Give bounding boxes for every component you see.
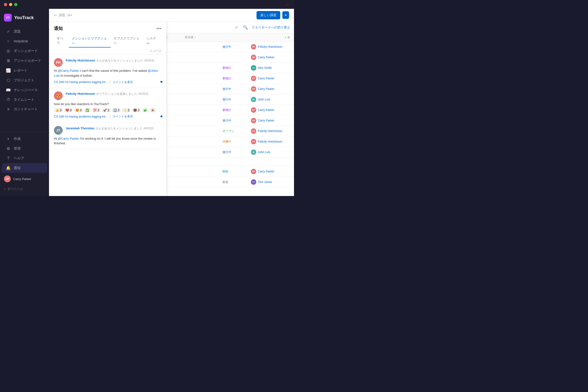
page-icon: ▭: [54, 13, 57, 17]
app-logo: YT YouTrack: [0, 12, 49, 26]
notif-user-3[interactable]: Jeremiah Thornton: [66, 126, 94, 130]
window-controls: [4, 3, 18, 6]
status-badge: 待機中: [222, 140, 231, 144]
status-badge: 進行中: [222, 97, 231, 102]
notif-footer-2: CS-169 I'm having problems logging int..…: [54, 114, 162, 119]
assignee-name: John Luis: [258, 98, 270, 101]
status-badge: 進行中: [222, 44, 231, 49]
assignee-avatar: CP: [251, 107, 256, 113]
reports-icon: 📈: [6, 68, 11, 73]
sidebar-item-reports[interactable]: 📈 レポート: [2, 66, 47, 75]
user-avatar: CP: [4, 176, 11, 182]
panel-title-row: 通知 •••: [54, 26, 162, 31]
issue-assignee[interactable]: FH Felicity Hutchinson: [251, 44, 290, 50]
sidebar-label-issues: 課題: [14, 30, 20, 34]
sidebar-item-dashboard[interactable]: ◎ ダッシュボード: [2, 46, 47, 56]
close-button[interactable]: [4, 3, 7, 6]
sidebar-label-help: ヘルプ: [14, 156, 24, 160]
assignee-name: Carry Parker: [258, 87, 274, 91]
page-title: 課題: [59, 13, 65, 18]
sidebar-item-projects[interactable]: ⬡ プロジェクト: [2, 76, 47, 85]
collapse-icon: «: [4, 187, 6, 191]
sidebar-user[interactable]: CP Carry Parker: [0, 173, 49, 185]
issue-assignee[interactable]: TJ Tom Jones: [251, 179, 290, 185]
add-column-icon[interactable]: +: [285, 36, 286, 39]
issue-assignee[interactable]: CP Carry Parker: [251, 118, 290, 123]
panel-header: 通知 ••• すべて メンションとリアクション サブスクリプション システム ニ…: [49, 22, 166, 55]
sidebar-item-agile[interactable]: ⊞ アジャイルボード: [2, 56, 47, 66]
sidebar-item-help[interactable]: ? ヘルプ: [2, 154, 47, 163]
issue-assignee[interactable]: FH Felicity Hutchinson: [251, 139, 290, 144]
sidebar-item-gantt[interactable]: ≡ ガントチャート: [2, 104, 47, 114]
issue-assignee[interactable]: CP Carry Parker: [251, 169, 290, 174]
sidebar-item-knowledge[interactable]: 📖 ナレッジベース: [2, 85, 47, 95]
tab-all[interactable]: すべて: [54, 34, 69, 48]
new-issue-dropdown-button[interactable]: ▾: [282, 11, 289, 19]
tab-system[interactable]: システム: [144, 34, 162, 48]
emoji-sparkle: ✨ 2: [122, 108, 131, 112]
sidebar-item-create[interactable]: + 作成: [2, 134, 47, 144]
notif-user-1[interactable]: Felicity Hutchinson: [66, 58, 95, 62]
sidebar-item-timesheet[interactable]: ⏱ タイムシート: [2, 95, 47, 104]
panel-menu-button[interactable]: •••: [156, 26, 162, 31]
topbar-left: ▭ 課題 1k+: [54, 13, 72, 18]
comment-link-1[interactable]: コメントを表示: [112, 80, 133, 84]
issue-status: 開発: [222, 170, 247, 174]
assignee-avatar: JL: [251, 150, 256, 155]
issue-link-1[interactable]: CS-169 I'm having problems logging int..…: [54, 80, 108, 84]
assignee-avatar: CP: [251, 118, 256, 123]
sidebar-item-notifications[interactable]: 🔔 通知: [2, 163, 47, 173]
issue-assignee[interactable]: JL John Luis: [251, 150, 290, 155]
notif-user-2[interactable]: Felicity Hutchinson: [66, 92, 95, 96]
panel-title: 通知: [54, 26, 63, 31]
status-badge: 要検討: [222, 76, 231, 80]
collapse-label: 折りたたむ: [8, 187, 24, 191]
tab-subscriptions[interactable]: サブスクリプション: [111, 34, 144, 48]
header-assignee[interactable]: 担当者 ↕ + ⚙: [185, 35, 290, 40]
news-link[interactable]: ニュース: [150, 49, 162, 53]
sidebar-label-projects: プロジェクト: [14, 78, 34, 82]
mention-carry-1[interactable]: @Carry Parker: [58, 69, 79, 72]
query-mode-button[interactable]: クエリモードへの切り替え: [252, 25, 290, 30]
mention-carry-3[interactable]: @Carry Parker: [58, 137, 79, 140]
notif-time-1: 3時間前: [144, 59, 154, 62]
new-issue-button[interactable]: 新しい課題: [256, 11, 280, 19]
issue-status: 進行中: [222, 118, 247, 123]
issue-status: 進行中: [222, 98, 247, 102]
sidebar-label-knowledge: ナレッジベース: [14, 88, 38, 92]
emoji-check: ✅: [84, 108, 91, 112]
settings-icon[interactable]: ⚙: [288, 36, 290, 39]
assignee-name: Carry Parker: [258, 170, 274, 173]
assignee-name: Felicity Hutchinson: [258, 129, 282, 133]
minimize-button[interactable]: [9, 3, 12, 6]
collapse-button[interactable]: « 折りたたむ: [0, 185, 49, 193]
sidebar-label-gantt: ガントチャート: [14, 107, 38, 112]
status-badge: 新規: [222, 180, 228, 184]
issue-assignee[interactable]: CP Carry Parker: [251, 86, 290, 92]
app-container: YT YouTrack ✓ 課題 ○ Helpdesk ◎ ダッシュボード ⊞ …: [0, 9, 294, 196]
sidebar-item-admin[interactable]: ⚙ 管理: [2, 144, 47, 153]
filter-button[interactable]: ✓: [234, 24, 239, 30]
issue-assignee[interactable]: FH Felicity Hutchinson: [251, 128, 290, 134]
sidebar: YT YouTrack ✓ 課題 ○ Helpdesk ◎ ダッシュボード ⊞ …: [0, 9, 49, 196]
issue-assignee[interactable]: CP Carry Parker: [251, 107, 290, 113]
titlebar-menu-icon[interactable]: ⋯: [286, 2, 290, 7]
comment-link-2[interactable]: コメントを表示: [112, 114, 133, 118]
issue-link-2[interactable]: CS-169 I'm having problems logging int..…: [54, 115, 108, 118]
tab-mentions[interactable]: メンションとリアクション: [69, 34, 111, 48]
search-button[interactable]: 🔍: [242, 24, 249, 30]
issue-assignee[interactable]: AS Alex Smith: [251, 65, 290, 70]
gantt-icon: ≡: [6, 107, 11, 112]
sidebar-item-helpdesk[interactable]: ○ Helpdesk: [2, 36, 47, 46]
issue-assignee[interactable]: CP Carry Parker: [251, 76, 290, 81]
issue-assignee[interactable]: JL John Luis: [251, 97, 290, 102]
emoji-rocket: 🚀 2: [102, 108, 111, 112]
issue-assignee[interactable]: CP Carry Parker: [251, 55, 290, 60]
emoji-row-2: 👍 3 ❤️ 3 😍 3 ✅ 💯 2 🚀 2 🆗 2 ✨ 2 🐻 2 🧩 🎉: [54, 108, 162, 112]
sidebar-label-helpdesk: Helpdesk: [14, 39, 28, 43]
notif-header-2: 😍 Felicity Hutchinson がリアクションを追加しました 3時間…: [54, 92, 162, 100]
maximize-button[interactable]: [14, 3, 18, 6]
emoji-100: 💯 2: [92, 108, 101, 112]
sidebar-item-issues[interactable]: ✓ 課題: [2, 27, 47, 36]
sidebar-label-agile: アジャイルボード: [14, 58, 41, 63]
